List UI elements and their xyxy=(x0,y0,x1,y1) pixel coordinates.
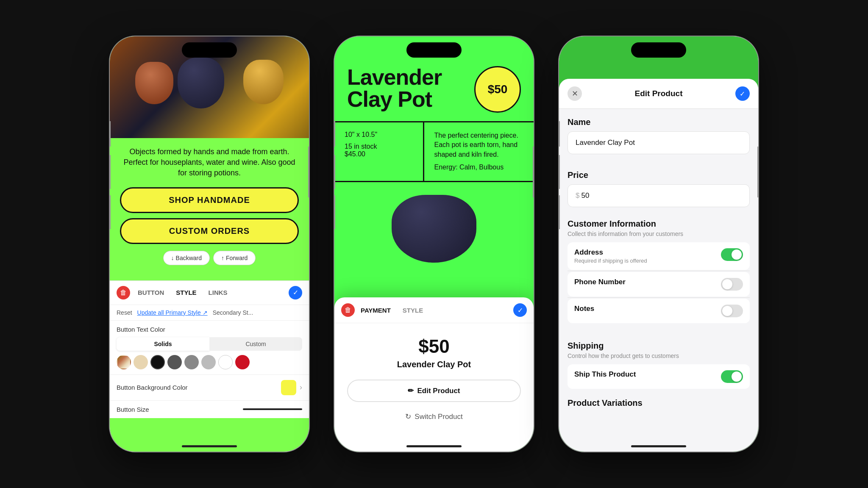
customer-info-section: Customer Information Collect this inform… xyxy=(568,215,750,328)
edit-product-button[interactable]: ✏ Edit Product xyxy=(347,380,521,402)
bg-color-label: Button Background Color xyxy=(117,384,188,391)
pot-dark xyxy=(178,58,224,108)
shipping-sub: Control how the product gets to customer… xyxy=(568,352,750,359)
payment-price: $50 xyxy=(347,336,521,357)
payment-product-name: Lavender Clay Pot xyxy=(347,360,521,369)
customer-info-title: Customer Information xyxy=(568,215,750,229)
phone-2: LavenderClay Pot $50 10" x 10.5" 15 in s… xyxy=(334,36,534,452)
payment-toolbar: 🗑 PAYMENT STYLE ✓ xyxy=(334,297,534,323)
dynamic-island-3 xyxy=(631,42,686,58)
notes-toggle-row: Notes xyxy=(568,299,750,323)
tab-button[interactable]: BUTTON xyxy=(134,287,168,298)
btn-size-label: Button Size xyxy=(117,406,149,413)
product-right: The perfect centering piece. Each pot is… xyxy=(424,122,534,181)
modal-close-button[interactable]: ✕ xyxy=(568,86,582,101)
phone3-screen: ✕ Edit Product ✓ Name Lavender Clay Pot … xyxy=(559,36,758,452)
payment-confirm-button[interactable]: ✓ xyxy=(513,303,527,317)
swatch-black[interactable] xyxy=(150,355,165,369)
forward-button[interactable]: ↑ Forward xyxy=(213,251,256,265)
swatch-lightgray[interactable] xyxy=(201,355,216,369)
side-btn-vol-down-2 xyxy=(334,195,335,229)
phone1-screen: Objects formed by hands and made from ea… xyxy=(110,36,309,452)
tab-links[interactable]: LINKS xyxy=(204,287,232,298)
address-info: Address Required if shipping is offered xyxy=(574,248,647,264)
modal-title: Edit Product xyxy=(635,89,683,98)
bg-color-swatch[interactable] xyxy=(281,380,296,395)
modal-sheet: ✕ Edit Product ✓ Name Lavender Clay Pot … xyxy=(559,79,758,452)
product-image-area xyxy=(334,182,534,275)
customer-info-sub: Collect this information from your custo… xyxy=(568,230,750,237)
nav-controls: ↓ Backward ↑ Forward xyxy=(120,251,299,265)
backward-button[interactable]: ↓ Backward xyxy=(163,251,210,265)
pot-red xyxy=(135,62,173,104)
custom-orders-button[interactable]: CUSTOM ORDERS xyxy=(120,218,299,244)
modal-overlay: ✕ Edit Product ✓ Name Lavender Clay Pot … xyxy=(559,36,758,452)
swatch-darkgray[interactable] xyxy=(167,355,182,369)
phone-1: Objects formed by hands and made from ea… xyxy=(110,36,309,452)
secondary-style-button[interactable]: Secondary St... xyxy=(213,309,253,316)
name-input[interactable]: Lavender Clay Pot xyxy=(568,131,750,154)
swatch-gray[interactable] xyxy=(184,355,199,369)
tab-style[interactable]: STYLE xyxy=(172,287,200,298)
switch-product-button[interactable]: ↻ Switch Product xyxy=(347,407,521,426)
swatch-red[interactable] xyxy=(235,355,250,369)
pencil-icon: ✏ xyxy=(408,386,414,395)
product-dims: 10" x 10.5" xyxy=(345,131,413,139)
editor-toolbar: 🗑 BUTTON STYLE LINKS ✓ Reset Update all … xyxy=(110,280,309,418)
address-label: Address xyxy=(574,248,647,257)
swatch-cream[interactable] xyxy=(134,355,148,369)
divider-2 xyxy=(568,297,750,298)
address-toggle[interactable] xyxy=(721,248,743,261)
refresh-icon: ↻ xyxy=(405,412,411,421)
payment-delete-button[interactable]: 🗑 xyxy=(341,303,355,317)
product-left: 10" x 10.5" 15 in stock $45.00 xyxy=(334,122,424,181)
product-energy: Energy: Calm, Bulbous xyxy=(434,163,524,172)
phone-toggle[interactable] xyxy=(721,278,743,291)
side-btn-vol-down xyxy=(110,195,111,229)
color-tab-solids[interactable]: Solids xyxy=(117,337,209,351)
price-input[interactable]: $ 50 xyxy=(568,184,750,207)
stock-label: 15 in stock xyxy=(345,143,377,150)
switch-product-label: Switch Product xyxy=(415,413,462,421)
modal-confirm-button[interactable]: ✓ xyxy=(735,86,750,101)
product-stock: 15 in stock $45.00 xyxy=(345,143,413,158)
address-toggle-knob xyxy=(732,250,742,260)
dynamic-island-1 xyxy=(182,42,237,58)
phone-3: ✕ Edit Product ✓ Name Lavender Clay Pot … xyxy=(559,36,758,452)
product-title: LavenderClay Pot xyxy=(347,66,442,110)
side-btn-silent xyxy=(110,121,111,147)
btn-size-slider[interactable] xyxy=(243,408,302,410)
ship-toggle[interactable] xyxy=(721,370,743,383)
shop-handmade-button[interactable]: SHOP HANDMADE xyxy=(120,187,299,213)
product-details: 10" x 10.5" 15 in stock $45.00 The perfe… xyxy=(334,122,534,182)
swatch-white[interactable] xyxy=(218,355,233,369)
side-btn-vol-up xyxy=(110,155,111,189)
phone1-description: Objects formed by hands and made from ea… xyxy=(120,147,299,179)
home-indicator-1 xyxy=(182,445,237,447)
side-btn-vol-down-3 xyxy=(559,195,560,229)
color-swatches xyxy=(117,355,302,369)
swatch-multi[interactable] xyxy=(117,355,131,369)
payment-tab-style[interactable]: STYLE xyxy=(397,305,429,316)
modal-body: Name Lavender Clay Pot Price $ 50 Custom… xyxy=(559,109,758,452)
arrow-up-icon: ↑ xyxy=(221,255,224,261)
btn-size-row: Button Size xyxy=(110,400,309,418)
side-btn-power-3 xyxy=(757,147,758,197)
shipping-title: Shipping xyxy=(568,337,750,351)
price-prefix: $ xyxy=(576,191,579,200)
address-toggle-row: Address Required if shipping is offered xyxy=(568,242,750,270)
color-tab-custom[interactable]: Custom xyxy=(209,337,302,351)
update-primary-button[interactable]: Update all Primary Style ↗ xyxy=(137,309,208,316)
reset-button[interactable]: Reset xyxy=(117,309,132,316)
toolbar-confirm-button[interactable]: ✓ xyxy=(289,286,302,299)
ship-toggle-row: Ship This Product xyxy=(568,364,750,389)
name-label: Name xyxy=(568,109,750,131)
phone2-screen: LavenderClay Pot $50 10" x 10.5" 15 in s… xyxy=(334,36,534,452)
side-btn-power xyxy=(308,147,309,197)
payment-tab-active[interactable]: PAYMENT xyxy=(355,305,397,316)
phone-label: Phone Number xyxy=(574,278,626,286)
dynamic-island-2 xyxy=(406,42,462,58)
toolbar-delete-button[interactable]: 🗑 xyxy=(117,286,130,299)
notes-toggle[interactable] xyxy=(721,305,743,317)
forward-label: Forward xyxy=(226,255,248,261)
